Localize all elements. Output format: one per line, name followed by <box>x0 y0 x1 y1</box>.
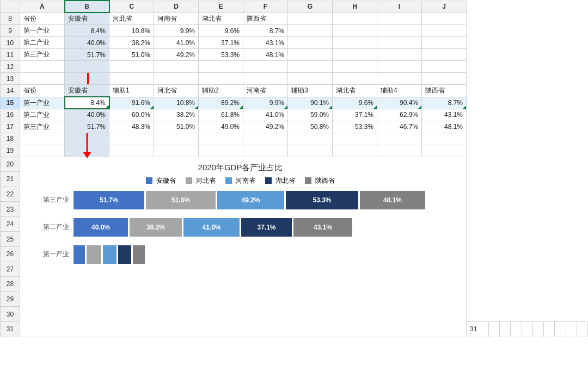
cell-11e[interactable]: 53.3% <box>199 49 243 61</box>
cell-9a[interactable]: 第一产业 <box>20 25 65 37</box>
cell-16b[interactable]: 40.0% <box>65 109 109 121</box>
table-row[interactable]: 18 <box>1 133 588 145</box>
cell-15g[interactable]: 90.1% <box>288 97 333 109</box>
cell-8a[interactable]: 省份 <box>20 13 65 25</box>
cell-14i[interactable]: 辅助4 <box>377 85 422 97</box>
table-row[interactable]: 17 第三产业 51.7% 48.3% 51.0% 49.0% 49.2% 50… <box>1 121 588 133</box>
cell-14e[interactable]: 辅助2 <box>199 85 243 97</box>
cell-16a[interactable]: 第二产业 <box>20 109 65 121</box>
cell-16h[interactable]: 37.1% <box>333 109 377 121</box>
table-row[interactable]: 8 省份 安徽省 河北省 河南省 湖北省 陕西省 <box>1 13 588 25</box>
cell-9e[interactable]: 9.6% <box>199 25 243 37</box>
cell-8c[interactable]: 河北省 <box>109 13 154 25</box>
cell-17g[interactable]: 50.8% <box>288 121 333 133</box>
cell-12f[interactable] <box>243 61 288 73</box>
table-row[interactable]: 13 <box>1 73 588 85</box>
table-row[interactable]: 19 <box>1 145 588 157</box>
cell-10d[interactable]: 41.0% <box>154 37 199 49</box>
cell-16j[interactable]: 43.1% <box>422 109 467 121</box>
cell-11c[interactable]: 51.0% <box>109 49 154 61</box>
table-row[interactable]: 12 <box>1 61 588 73</box>
cell-15f[interactable]: 9.9% <box>243 97 288 109</box>
cell-17j[interactable]: 48.1% <box>422 121 467 133</box>
cell-10h[interactable] <box>333 37 377 49</box>
cell-10a[interactable]: 第二产业 <box>20 37 65 49</box>
cell-8f[interactable]: 陕西省 <box>243 13 288 25</box>
cell-9j[interactable] <box>422 25 467 37</box>
col-header-d[interactable]: D <box>154 1 199 13</box>
cell-17e[interactable]: 49.0% <box>199 121 243 133</box>
cell-12g[interactable] <box>288 61 333 73</box>
cell-14h[interactable]: 湖北省 <box>333 85 377 97</box>
cell-13i[interactable] <box>377 73 422 85</box>
cell-13f[interactable] <box>243 73 288 85</box>
cell-10e[interactable]: 37.1% <box>199 37 243 49</box>
cell-17i[interactable]: 46.7% <box>377 121 422 133</box>
cell-15a[interactable]: 第一产业 <box>20 97 65 109</box>
cell-8h[interactable] <box>333 13 377 25</box>
table-row[interactable]: 11 第三产业 51.7% 51.0% 49.2% 53.3% 48.1% <box>1 49 588 61</box>
cell-9h[interactable] <box>333 25 377 37</box>
cell-12e[interactable] <box>199 61 243 73</box>
cell-12h[interactable] <box>333 61 377 73</box>
cell-16c[interactable]: 60.0% <box>109 109 154 121</box>
cell-16f[interactable]: 41.0% <box>243 109 288 121</box>
cell-14j[interactable]: 陕西省 <box>422 85 467 97</box>
col-header-j[interactable]: J <box>422 1 467 13</box>
cell-11d[interactable]: 49.2% <box>154 49 199 61</box>
col-header-c[interactable]: C <box>109 1 154 13</box>
cell-13j[interactable] <box>422 73 467 85</box>
cell-15e[interactable]: 89.2% <box>199 97 243 109</box>
cell-14d[interactable]: 河北省 <box>154 85 199 97</box>
cell-14a[interactable]: 省份 <box>20 85 65 97</box>
cell-12j[interactable] <box>422 61 467 73</box>
col-header-i[interactable]: I <box>377 1 422 13</box>
cell-9b[interactable]: 8.4% <box>65 25 109 37</box>
cell-8d[interactable]: 河南省 <box>154 13 199 25</box>
cell-8e[interactable]: 湖北省 <box>199 13 243 25</box>
cell-10j[interactable] <box>422 37 467 49</box>
cell-11g[interactable] <box>288 49 333 61</box>
cell-9i[interactable] <box>377 25 422 37</box>
cell-13g[interactable] <box>288 73 333 85</box>
cell-14g[interactable]: 辅助3 <box>288 85 333 97</box>
cell-8g[interactable] <box>288 13 333 25</box>
cell-9f[interactable]: 8.7% <box>243 25 288 37</box>
cell-11j[interactable] <box>422 49 467 61</box>
cell-11a[interactable]: 第三产业 <box>20 49 65 61</box>
cell-8j[interactable] <box>422 13 467 25</box>
cell-11i[interactable] <box>377 49 422 61</box>
cell-13a[interactable] <box>20 73 65 85</box>
cell-13e[interactable] <box>199 73 243 85</box>
cell-10f[interactable]: 43.1% <box>243 37 288 49</box>
cell-13d[interactable] <box>154 73 199 85</box>
table-row[interactable]: 14 省份 安徽省 辅助1 河北省 辅助2 河南省 辅助3 湖北省 辅助4 陕西… <box>1 85 588 97</box>
cell-16d[interactable]: 38.2% <box>154 109 199 121</box>
cell-13h[interactable] <box>333 73 377 85</box>
cell-12d[interactable] <box>154 61 199 73</box>
cell-13b[interactable] <box>65 73 109 85</box>
cell-10g[interactable] <box>288 37 333 49</box>
col-header-a[interactable]: A <box>20 1 65 13</box>
table-row[interactable]: 10 第二产业 40.0% 38.2% 41.0% 37.1% 43.1% <box>1 37 588 49</box>
cell-14f[interactable]: 河南省 <box>243 85 288 97</box>
cell-17d[interactable]: 51.0% <box>154 121 199 133</box>
cell-10b[interactable]: 40.0% <box>65 37 109 49</box>
col-header-b[interactable]: B <box>65 1 109 13</box>
table-row[interactable]: 15 第一产业 8.4% 91.6% 10.8% 89.2% 9.9% 90.1… <box>1 97 588 109</box>
cell-15j[interactable]: 8.7% <box>422 97 467 109</box>
cell-31a[interactable]: 31 <box>467 321 489 337</box>
cell-12i[interactable] <box>377 61 422 73</box>
cell-15i[interactable]: 90.4% <box>377 97 422 109</box>
cell-8b[interactable]: 安徽省 <box>65 13 109 25</box>
cell-8i[interactable] <box>377 13 422 25</box>
cell-17h[interactable]: 53.3% <box>333 121 377 133</box>
cell-16e[interactable]: 61.8% <box>199 109 243 121</box>
cell-9d[interactable]: 9.9% <box>154 25 199 37</box>
cell-16g[interactable]: 59.0% <box>288 109 333 121</box>
col-header-h[interactable]: H <box>333 1 377 13</box>
cell-17a[interactable]: 第三产业 <box>20 121 65 133</box>
col-header-f[interactable]: F <box>243 1 288 13</box>
cell-14c[interactable]: 辅助1 <box>109 85 154 97</box>
cell-17f[interactable]: 49.2% <box>243 121 288 133</box>
